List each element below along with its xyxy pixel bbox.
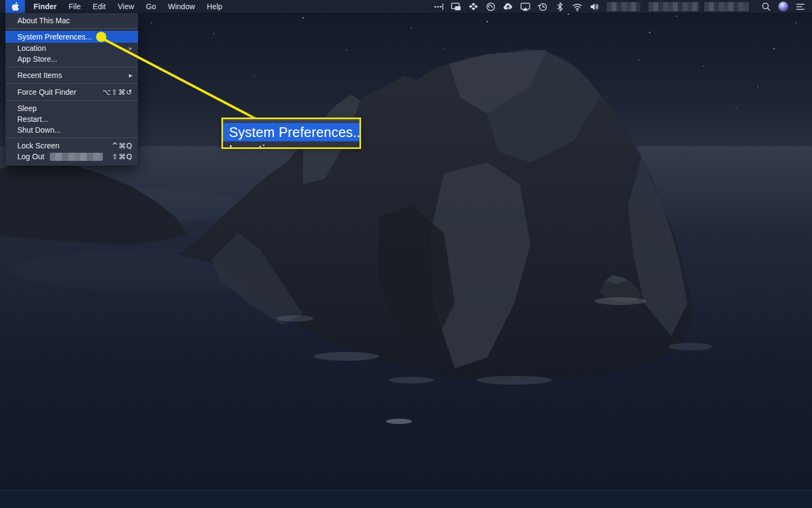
volume-icon[interactable] bbox=[590, 2, 600, 12]
menu-separator bbox=[5, 100, 138, 101]
apple-logo-icon bbox=[12, 2, 19, 11]
menu-item-shut-down[interactable]: Shut Down... bbox=[5, 125, 138, 135]
cloud-upload-icon[interactable] bbox=[503, 2, 513, 12]
menu-go[interactable]: Go bbox=[140, 0, 162, 13]
callout-box: System Preferences... Location bbox=[221, 118, 361, 149]
menu-finder[interactable]: Finder bbox=[28, 0, 63, 13]
status-bar bbox=[434, 0, 812, 13]
app-menus: Finder File Edit View Go Window Help bbox=[25, 0, 228, 13]
menu-item-lock-screen[interactable]: Lock Screen ^⌘Q bbox=[5, 140, 138, 151]
menu-item-app-store[interactable]: App Store... bbox=[5, 54, 138, 64]
menu-separator bbox=[5, 67, 138, 67]
airplay-icon[interactable] bbox=[520, 2, 531, 12]
redacted-status-item bbox=[607, 2, 640, 11]
time-machine-icon[interactable] bbox=[538, 2, 548, 12]
redacted-status-item bbox=[649, 2, 699, 11]
menu-edit[interactable]: Edit bbox=[87, 0, 112, 13]
menu-item-recent-items[interactable]: Recent Items ▶ bbox=[5, 69, 138, 81]
submenu-arrow-icon: ▶ bbox=[129, 46, 133, 51]
menu-item-force-quit-finder[interactable]: Force Quit Finder ⌥⇧⌘↺ bbox=[5, 86, 138, 98]
spotlight-search-icon[interactable] bbox=[761, 2, 771, 12]
redacted-username bbox=[50, 153, 103, 161]
menu-item-sleep[interactable]: Sleep bbox=[5, 103, 138, 114]
menu-item-restart[interactable]: Restart... bbox=[5, 114, 138, 125]
menu-separator bbox=[5, 138, 138, 138]
menu-item-log-out[interactable]: Log Out ⇧⌘Q bbox=[5, 151, 138, 162]
callout-location: Location bbox=[223, 141, 359, 149]
apple-menu-button[interactable] bbox=[5, 0, 25, 13]
bluetooth-icon[interactable] bbox=[555, 2, 565, 12]
creative-cloud-icon[interactable] bbox=[486, 2, 496, 12]
menu-separator bbox=[5, 28, 138, 29]
shortcut-label: ^⌘Q bbox=[112, 141, 133, 150]
dropbox-icon[interactable] bbox=[468, 2, 479, 12]
menu-window[interactable]: Window bbox=[162, 0, 201, 13]
callout-menu-background bbox=[223, 119, 359, 123]
menu-bar: Finder File Edit View Go Window Help bbox=[0, 0, 812, 14]
menu-file[interactable]: File bbox=[63, 0, 87, 13]
menu-separator bbox=[5, 83, 138, 84]
menu-item-location[interactable]: Location ▶ bbox=[5, 43, 138, 54]
apple-menu-dropdown: About This Mac System Preferences... Loc… bbox=[5, 13, 138, 166]
submenu-arrow-icon: ▶ bbox=[129, 73, 133, 78]
callout-system-preferences: System Preferences... bbox=[223, 123, 359, 141]
user-avatar[interactable] bbox=[778, 2, 788, 11]
menu-help[interactable]: Help bbox=[201, 0, 228, 13]
shortcut-label: ⌥⇧⌘↺ bbox=[102, 88, 133, 96]
menu-view[interactable]: View bbox=[112, 0, 140, 13]
shortcut-label: ⇧⌘Q bbox=[112, 152, 133, 161]
display-mirroring-icon[interactable] bbox=[451, 2, 461, 12]
menu-item-system-preferences[interactable]: System Preferences... bbox=[5, 31, 138, 43]
menu-item-about-this-mac[interactable]: About This Mac bbox=[5, 15, 138, 26]
wifi-icon[interactable] bbox=[572, 2, 582, 12]
redacted-status-item bbox=[704, 2, 749, 11]
more-icon[interactable] bbox=[434, 2, 444, 12]
notification-center-icon[interactable] bbox=[795, 2, 806, 12]
